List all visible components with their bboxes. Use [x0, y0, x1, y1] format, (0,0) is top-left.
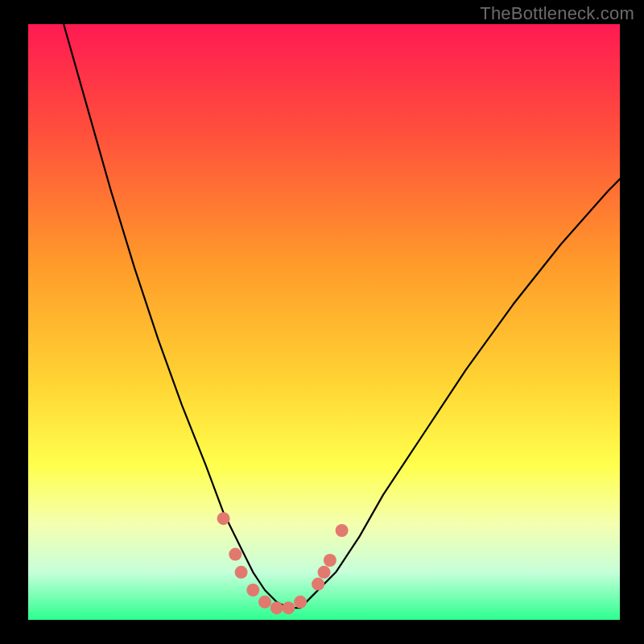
- highlight-point: [312, 578, 324, 591]
- highlight-point: [235, 566, 248, 579]
- highlight-point: [229, 548, 242, 561]
- highlight-point: [294, 596, 307, 609]
- plot-background: [28, 24, 620, 620]
- highlight-point: [217, 512, 230, 525]
- highlight-point: [324, 554, 336, 567]
- chart-stage: TheBottleneck.com: [0, 0, 644, 644]
- bottleneck-chart: [0, 0, 644, 644]
- highlight-point: [282, 601, 295, 614]
- highlight-point: [270, 601, 283, 614]
- watermark-text: TheBottleneck.com: [480, 3, 634, 24]
- highlight-point: [246, 584, 259, 597]
- highlight-point: [318, 566, 331, 579]
- highlight-point: [336, 524, 349, 537]
- highlight-point: [258, 596, 271, 609]
